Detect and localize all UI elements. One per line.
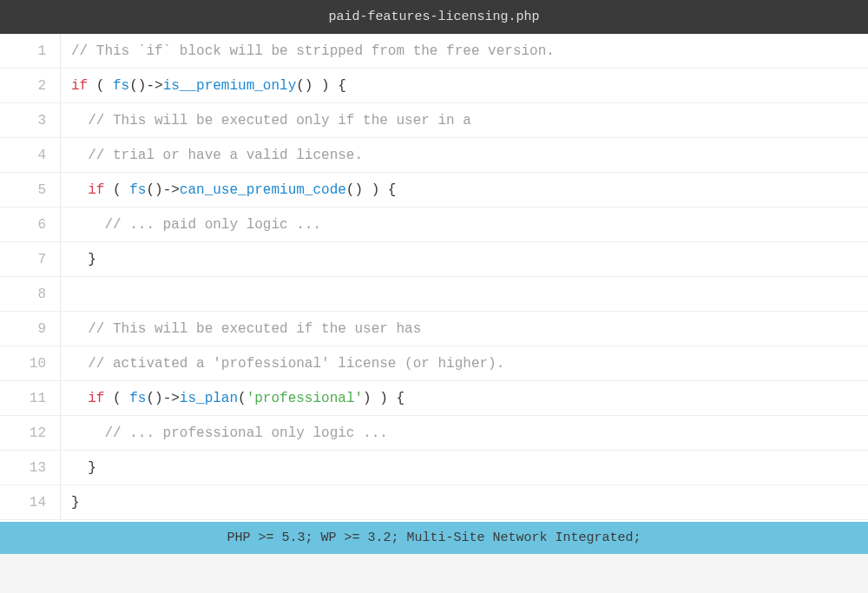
line-number: 7 [0,242,60,277]
line-number: 10 [0,346,60,381]
method-token: is_plan [180,391,238,406]
keyword-token: if [88,182,104,198]
code-line[interactable]: // This will be executed only if the use… [61,103,868,138]
line-number: 4 [0,138,60,173]
comment-token: // ... paid only logic ... [104,217,321,233]
code-line[interactable] [61,277,868,312]
code-line[interactable]: } [61,485,868,520]
punct-token: } [88,460,96,476]
method-token: is__premium_only [163,78,297,94]
punct-token: } [88,252,96,267]
punct-token: ( [238,391,247,406]
line-number: 8 [0,277,60,312]
comment-token: // activated a 'professional' license (o… [88,356,504,372]
line-number: 14 [0,485,60,520]
line-number: 2 [0,69,60,103]
punct-token: } [71,495,80,511]
code-line[interactable]: } [61,451,868,485]
line-number: 13 [0,451,60,485]
punct-token: ()-> [146,182,179,198]
line-number: 9 [0,312,60,346]
line-number: 5 [0,173,60,208]
punct-token: () ) { [296,78,346,94]
line-number: 6 [0,208,60,242]
editor-title: paid-features-licensing.php [0,0,868,34]
code-line[interactable]: } [61,242,868,277]
code-line[interactable]: // This `if` block will be stripped from… [61,34,868,69]
keyword-token: if [71,78,88,94]
code-line[interactable]: // activated a 'professional' license (o… [61,346,868,381]
code-line[interactable]: // ... paid only logic ... [61,208,868,242]
comment-token: // This `if` block will be stripped from… [71,43,555,59]
punct-token: ) ) { [363,391,404,406]
comment-token: // trial or have a valid license. [88,148,363,163]
punct-token: ( [88,78,113,94]
punct-token: () ) { [346,182,397,198]
comment-token: // ... professional only logic ... [104,425,387,441]
keyword-token: if [88,391,104,406]
code-line[interactable]: // This will be executed if the user has [61,312,868,346]
comment-token: // This will be executed if the user has [88,321,421,337]
punct-token: ()-> [146,391,179,406]
function-token: fs [113,78,129,94]
status-bar: PHP >= 5.3; WP >= 3.2; Multi-Site Networ… [0,522,868,554]
line-number: 12 [0,416,60,451]
string-token: 'professional' [247,391,363,406]
code-area: 1 2 3 4 5 6 7 8 9 10 11 12 13 14 // This… [0,34,868,520]
line-number: 11 [0,381,60,416]
function-token: fs [129,391,146,406]
line-number-gutter: 1 2 3 4 5 6 7 8 9 10 11 12 13 14 [0,34,61,520]
code-editor: paid-features-licensing.php 1 2 3 4 5 6 … [0,0,868,554]
code-line[interactable]: if ( fs()->can_use_premium_code() ) { [61,173,868,208]
punct-token: ( [104,391,129,406]
code-line[interactable]: // trial or have a valid license. [61,138,868,173]
line-number: 3 [0,103,60,138]
method-token: can_use_premium_code [180,182,346,198]
line-number: 1 [0,34,60,69]
code-lines[interactable]: // This `if` block will be stripped from… [61,34,868,520]
function-token: fs [129,182,146,198]
punct-token: ( [104,182,129,198]
comment-token: // This will be executed only if the use… [88,113,471,128]
code-line[interactable]: if ( fs()->is__premium_only() ) { [61,69,868,103]
code-line[interactable]: if ( fs()->is_plan('professional') ) { [61,381,868,416]
punct-token: ()-> [129,78,162,94]
code-line[interactable]: // ... professional only logic ... [61,416,868,451]
